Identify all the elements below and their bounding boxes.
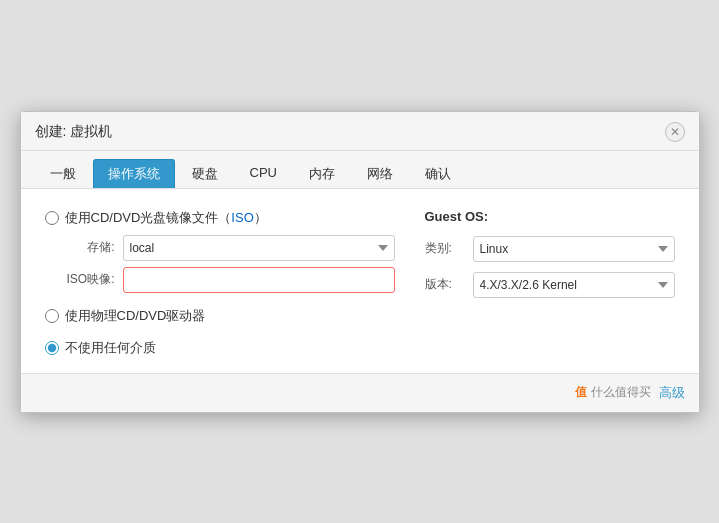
none-text: 不使用任何介质 bbox=[65, 339, 156, 357]
watermark-text: 值 bbox=[575, 384, 587, 401]
version-row: 版本: 4.X/3.X/2.6 Kernel Other Linux Debia… bbox=[425, 272, 675, 298]
title-bar: 创建: 虚拟机 ✕ bbox=[21, 112, 699, 151]
version-select[interactable]: 4.X/3.X/2.6 Kernel Other Linux Debian Ub… bbox=[473, 272, 675, 298]
cdrom-sub-fields: 存储: local ISO映像: bbox=[65, 235, 395, 293]
media-section: 使用CD/DVD光盘镜像文件（ISO） 存储: local bbox=[45, 209, 415, 357]
dialog-title: 创建: 虚拟机 bbox=[35, 123, 113, 141]
tab-disk[interactable]: 硬盘 bbox=[177, 159, 233, 188]
category-label: 类别: bbox=[425, 240, 465, 257]
tab-confirm[interactable]: 确认 bbox=[410, 159, 466, 188]
tab-cpu[interactable]: CPU bbox=[235, 159, 292, 188]
two-col-layout: 使用CD/DVD光盘镜像文件（ISO） 存储: local bbox=[45, 209, 675, 357]
footer: 值 什么值得买 高级 bbox=[21, 373, 699, 412]
storage-field-row: 存储: local bbox=[65, 235, 395, 261]
physical-radio[interactable] bbox=[45, 309, 59, 323]
close-button[interactable]: ✕ bbox=[665, 122, 685, 142]
tab-os[interactable]: 操作系统 bbox=[93, 159, 175, 188]
tab-memory[interactable]: 内存 bbox=[294, 159, 350, 188]
iso-label: ISO映像: bbox=[65, 271, 115, 288]
category-select[interactable]: Linux Windows Other bbox=[473, 236, 675, 262]
tabs-bar: 一般 操作系统 硬盘 CPU 内存 网络 确认 bbox=[21, 151, 699, 189]
watermark: 值 什么值得买 bbox=[575, 384, 651, 401]
cdrom-label[interactable]: 使用CD/DVD光盘镜像文件（ISO） bbox=[45, 209, 395, 227]
radio-group: 使用CD/DVD光盘镜像文件（ISO） 存储: local bbox=[45, 209, 395, 357]
close-icon: ✕ bbox=[670, 126, 680, 138]
storage-select[interactable]: local bbox=[123, 235, 395, 261]
tab-network[interactable]: 网络 bbox=[352, 159, 408, 188]
physical-text: 使用物理CD/DVD驱动器 bbox=[65, 307, 206, 325]
guest-os-title: Guest OS: bbox=[425, 209, 675, 224]
advanced-link[interactable]: 高级 bbox=[659, 384, 685, 402]
none-radio[interactable] bbox=[45, 341, 59, 355]
cdrom-text: 使用CD/DVD光盘镜像文件（ISO） bbox=[65, 209, 267, 227]
content-area: 使用CD/DVD光盘镜像文件（ISO） 存储: local bbox=[21, 189, 699, 373]
guest-os-section: Guest OS: 类别: Linux Windows Other 版本: 4.… bbox=[415, 209, 675, 357]
tab-general[interactable]: 一般 bbox=[35, 159, 91, 188]
iso-field-row: ISO映像: bbox=[65, 267, 395, 293]
version-label: 版本: bbox=[425, 276, 465, 293]
category-row: 类别: Linux Windows Other bbox=[425, 236, 675, 262]
cdrom-option: 使用CD/DVD光盘镜像文件（ISO） 存储: local bbox=[45, 209, 395, 293]
create-vm-dialog: 创建: 虚拟机 ✕ 一般 操作系统 硬盘 CPU 内存 网络 确认 bbox=[20, 111, 700, 413]
cdrom-radio[interactable] bbox=[45, 211, 59, 225]
storage-label: 存储: bbox=[65, 239, 115, 256]
physical-label[interactable]: 使用物理CD/DVD驱动器 bbox=[45, 307, 395, 325]
none-label[interactable]: 不使用任何介质 bbox=[45, 339, 395, 357]
physical-option: 使用物理CD/DVD驱动器 bbox=[45, 307, 395, 325]
watermark-label: 什么值得买 bbox=[591, 384, 651, 401]
iso-input[interactable] bbox=[123, 267, 395, 293]
none-option: 不使用任何介质 bbox=[45, 339, 395, 357]
